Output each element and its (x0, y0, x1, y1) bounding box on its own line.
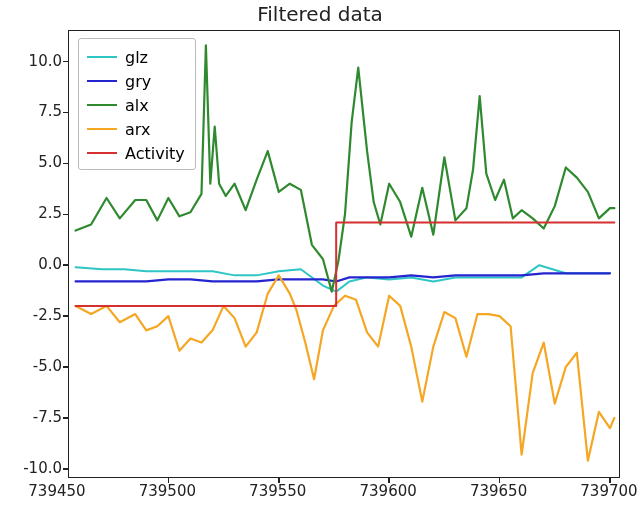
y-tick-label: -10.0 (2, 459, 62, 477)
x-tick-label: 739500 (139, 482, 196, 500)
legend-label: alx (125, 96, 149, 115)
legend-item-gry: gry (87, 69, 185, 93)
legend-swatch (87, 104, 117, 107)
series-Activity (76, 222, 615, 305)
chart-title: Filtered data (0, 2, 640, 26)
x-tick-label: 739450 (28, 482, 85, 500)
legend-swatch (87, 56, 117, 59)
legend-label: arx (125, 120, 150, 139)
legend-item-glz: glz (87, 45, 185, 69)
series-arx (76, 275, 615, 460)
legend-label: Activity (125, 144, 185, 163)
chart-figure: Filtered data -10.0-7.5-5.0-2.50.02.55.0… (0, 0, 640, 507)
x-tick-label: 739600 (360, 482, 417, 500)
legend-item-arx: arx (87, 117, 185, 141)
y-tick-label: 5.0 (2, 153, 62, 171)
legend: glzgryalxarxActivity (78, 38, 196, 170)
x-tick-label: 739650 (470, 482, 527, 500)
y-tick-label: 10.0 (2, 52, 62, 70)
legend-item-Activity: Activity (87, 141, 185, 165)
legend-label: gry (125, 72, 151, 91)
legend-swatch (87, 128, 117, 131)
y-tick-label: 7.5 (2, 102, 62, 120)
y-tick-label: -5.0 (2, 357, 62, 375)
legend-item-alx: alx (87, 93, 185, 117)
x-tick-label: 739550 (249, 482, 306, 500)
y-tick-label: -7.5 (2, 408, 62, 426)
legend-label: glz (125, 48, 148, 67)
x-tick-label: 739700 (580, 482, 637, 500)
y-tick-label: 2.5 (2, 204, 62, 222)
series-gry (76, 273, 610, 281)
legend-swatch (87, 80, 117, 83)
legend-swatch (87, 152, 117, 155)
y-tick-label: 0.0 (2, 255, 62, 273)
y-tick-label: -2.5 (2, 306, 62, 324)
